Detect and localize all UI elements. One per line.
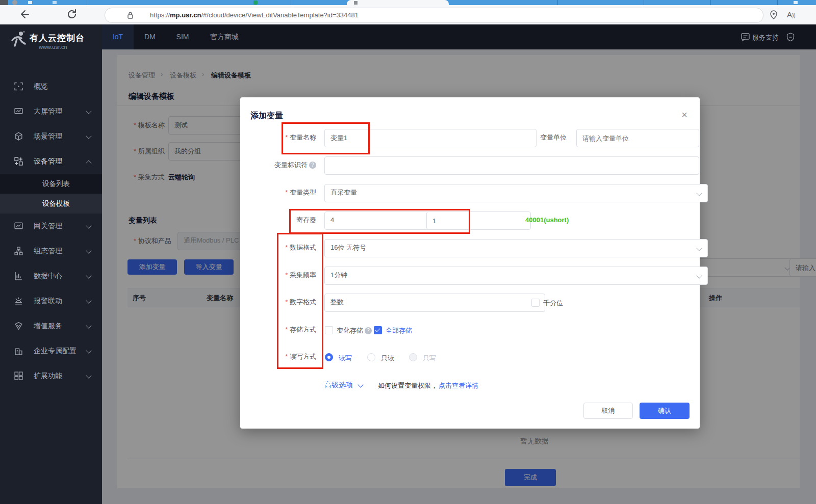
chevron-down-icon bbox=[86, 348, 91, 353]
frequency-label: 采集频率 bbox=[245, 267, 316, 284]
rw-label: 读写方式 bbox=[245, 352, 316, 362]
lock-icon bbox=[126, 11, 134, 19]
tab-divider bbox=[87, 0, 87, 5]
all-storage-checkbox[interactable] bbox=[374, 326, 382, 334]
tab-icon bbox=[794, 1, 798, 4]
change-storage-label: 变化存储 bbox=[337, 326, 372, 335]
alarm-icon bbox=[14, 297, 23, 305]
change-storage-checkbox[interactable] bbox=[325, 326, 333, 334]
number-format-select[interactable]: 整数 bbox=[324, 294, 545, 312]
variable-unit-input[interactable] bbox=[576, 129, 699, 147]
tab-icon bbox=[28, 1, 32, 4]
back-icon[interactable] bbox=[18, 9, 30, 20]
sidebar-item-enterprise-config[interactable]: 企业专属配置 bbox=[0, 339, 102, 363]
sidebar-item-overview[interactable]: 概览 bbox=[0, 74, 102, 99]
variable-type-label: 变量类型 bbox=[245, 184, 316, 201]
cancel-button[interactable]: 取消 bbox=[583, 403, 633, 419]
sidebar-item-device-mgmt[interactable]: 设备管理 bbox=[0, 149, 102, 174]
browser-active-tab[interactable] bbox=[347, 0, 449, 5]
close-icon[interactable]: × bbox=[681, 110, 687, 120]
read-aloud-icon[interactable]: A)) bbox=[787, 10, 796, 19]
tab-divider bbox=[777, 0, 778, 5]
sidebar-item-label: 报警联动 bbox=[34, 297, 62, 306]
data-format-select[interactable]: 16位 无符号 bbox=[324, 239, 708, 257]
browser-toolbar: https://mp.usr.cn/#/cloud/device/ViewEdi… bbox=[0, 5, 816, 24]
bar-chart-icon bbox=[14, 272, 23, 280]
sidebar-item-scada-mgmt[interactable]: 组态管理 bbox=[0, 239, 102, 263]
confirm-button[interactable]: 确认 bbox=[640, 403, 690, 419]
variable-name-input[interactable] bbox=[324, 129, 537, 147]
register-address-input[interactable] bbox=[426, 211, 531, 230]
help-icon[interactable] bbox=[365, 327, 372, 334]
variable-unit-label: 变量单位 bbox=[511, 129, 567, 146]
chevron-down-icon bbox=[86, 133, 91, 139]
thousands-checkbox[interactable] bbox=[531, 299, 540, 307]
chat-icon[interactable] bbox=[741, 33, 750, 41]
chevron-down-icon bbox=[696, 245, 702, 251]
browser-window-corner bbox=[0, 0, 8, 5]
sidebar-item-label: 设备管理 bbox=[34, 157, 62, 166]
tab-iot[interactable]: IoT bbox=[102, 24, 134, 49]
chevron-down-icon bbox=[696, 190, 702, 196]
top-nav: IoT DM SIM 官方商城 服务支持 bbox=[102, 24, 816, 49]
sidebar-subitem-label: 设备模板 bbox=[42, 199, 70, 208]
device-icon bbox=[14, 157, 23, 166]
all-storage-label: 全部存储 bbox=[386, 326, 412, 335]
chevron-down-icon bbox=[86, 323, 91, 328]
rw-radio-readonly[interactable] bbox=[367, 353, 375, 361]
sidebar-item-extensions[interactable]: 扩展功能 bbox=[0, 364, 102, 388]
tab-sim[interactable]: SIM bbox=[166, 24, 199, 49]
register-label: 寄存器 bbox=[245, 211, 316, 229]
sidebar-submenu: 设备列表 设备模板 bbox=[0, 174, 102, 214]
tab-divider bbox=[291, 0, 291, 5]
sidebar-item-gateway-mgmt[interactable]: 网关管理 bbox=[0, 214, 102, 238]
sidebar: 有人云控制台 www.usr.cn 概览 大屏管理 场景管理 设备管理 设备列表 bbox=[0, 24, 102, 504]
permission-detail-link[interactable]: 点击查看详情 bbox=[439, 381, 478, 390]
variable-type-select[interactable]: 直采变量 bbox=[324, 184, 708, 202]
storage-label: 存储方式 bbox=[245, 325, 316, 335]
thousands-label: 千分位 bbox=[543, 299, 563, 308]
rw-option-label: 只写 bbox=[423, 354, 436, 363]
sidebar-item-label: 扩展功能 bbox=[34, 372, 62, 381]
sidebar-item-alarm-linkage[interactable]: 报警联动 bbox=[0, 289, 102, 313]
rw-radio-writeonly[interactable] bbox=[409, 353, 417, 361]
sidebar-subitem-device-list[interactable]: 设备列表 bbox=[0, 174, 102, 194]
variable-identifier-input[interactable] bbox=[324, 156, 699, 175]
location-pin-icon[interactable] bbox=[769, 10, 778, 20]
url-protocol: https:// bbox=[150, 11, 170, 19]
chevron-down-icon bbox=[86, 298, 91, 303]
sidebar-item-value-services[interactable]: 增值服务 bbox=[0, 314, 102, 338]
chevron-down-icon bbox=[86, 273, 91, 278]
usr-logo-icon bbox=[10, 31, 27, 48]
tab-official-store[interactable]: 官方商城 bbox=[199, 24, 250, 49]
sidebar-subitem-device-template[interactable]: 设备模板 bbox=[0, 194, 102, 214]
sidebar-item-label: 场景管理 bbox=[34, 132, 62, 141]
sidebar-item-label: 增值服务 bbox=[34, 322, 62, 331]
sidebar-item-label: 概览 bbox=[34, 82, 48, 91]
org-tree-icon bbox=[14, 247, 23, 255]
register-hint: 40001(ushort) bbox=[525, 216, 569, 224]
frequency-select[interactable]: 1分钟 bbox=[324, 267, 708, 285]
tab-icon bbox=[53, 1, 57, 4]
chevron-down-icon bbox=[358, 382, 363, 387]
register-area-select[interactable]: 4 bbox=[324, 211, 443, 230]
tab-divider bbox=[644, 0, 644, 5]
sidebar-item-screen-mgmt[interactable]: 大屏管理 bbox=[0, 99, 102, 124]
help-icon[interactable] bbox=[309, 162, 316, 169]
sidebar-item-label: 网关管理 bbox=[34, 222, 62, 231]
rw-radio-readwrite[interactable] bbox=[325, 353, 333, 361]
reload-icon[interactable] bbox=[66, 9, 78, 20]
url-bar[interactable]: https://mp.usr.cn/#/cloud/device/ViewEdi… bbox=[105, 8, 763, 23]
sidebar-item-data-center[interactable]: 数据中心 bbox=[0, 264, 102, 288]
support-link[interactable]: 服务支持 bbox=[752, 33, 779, 42]
tab-dm[interactable]: DM bbox=[134, 24, 166, 49]
active-tab-favicon bbox=[354, 1, 358, 5]
sidebar-item-label: 数据中心 bbox=[34, 272, 62, 281]
chevron-up-icon bbox=[86, 160, 91, 166]
advanced-options-link[interactable]: 高级选项 bbox=[324, 381, 353, 390]
sidebar-subitem-label: 设备列表 bbox=[42, 179, 70, 189]
rw-option-label: 读写 bbox=[339, 354, 352, 363]
browser-avatar-icon bbox=[12, 0, 17, 5]
security-badge-icon[interactable] bbox=[786, 33, 795, 42]
sidebar-item-scene-mgmt[interactable]: 场景管理 bbox=[0, 124, 102, 149]
